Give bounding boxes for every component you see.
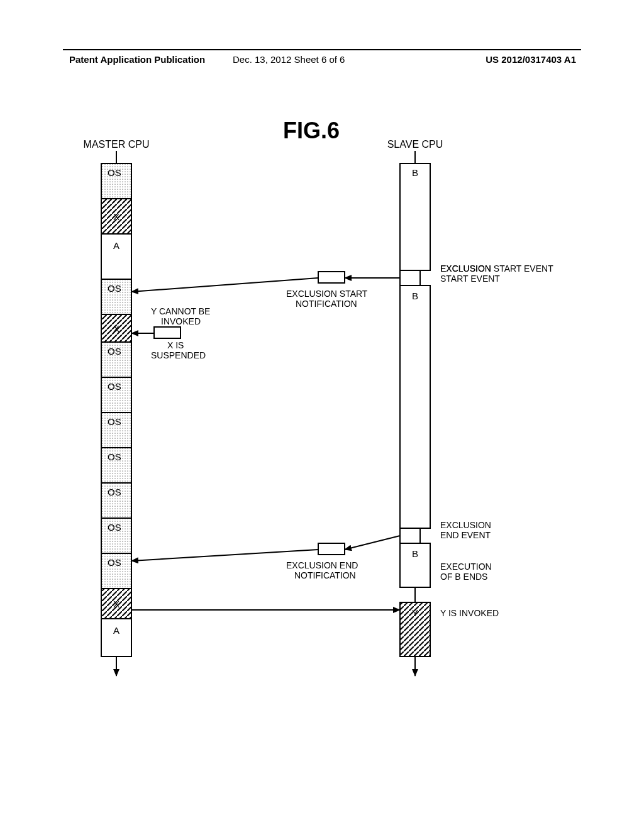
sequence-diagram: FIG.6 MASTER CPU SLAVE CPU OS X A OS X O… [57,113,572,742]
label-y-cannot: Y CANNOT BE INVOKED [151,306,213,326]
end-notif-relay [318,543,345,555]
master-block-label: A [113,240,119,251]
label-exclusion-end-notif: EXCLUSION END NOTIFICATION [286,560,360,580]
header-left: Patent Application Publication [69,54,205,65]
label-x-suspended: X IS SUSPENDED [151,340,206,360]
header-rule [63,49,581,50]
svg-line-12 [345,536,400,550]
master-block-label: OS [108,522,121,533]
label-execution-b-ends: EXECUTION OF B ENDS [440,562,494,582]
master-block-label: OS [108,451,121,462]
label-exclusion-start-notif: EXCLUSION START NOTIFICATION [286,289,370,309]
master-block-label: OS [108,557,121,568]
slave-block-label: Y [412,607,418,618]
y-cannot-relay [154,327,180,338]
header-right: US 2012/0317403 A1 [486,54,576,65]
master-block-label: OS [108,381,121,392]
exclusion-start-node [400,270,420,285]
master-label: MASTER CPU [84,139,150,150]
exclusion-end-node [400,528,420,543]
exclusion-start-event-lines: EXCLUSION START EVENT [440,263,500,284]
master-block-label: X [113,211,119,222]
master-block-label: OS [108,416,121,427]
slave-block-label: B [412,290,418,301]
slave-block-label: B [412,548,418,559]
start-notif-relay [318,272,345,283]
master-block-label: OS [108,487,121,497]
master-block-label: X [113,599,119,609]
master-block-label: OS [108,346,121,357]
page: Patent Application Publication Dec. 13, … [0,0,644,830]
master-block-a [101,619,131,656]
figure-title: FIG.6 [283,118,340,143]
slave-block-b [400,163,430,270]
master-block-label: OS [108,283,121,294]
slave-block-b [400,285,430,528]
label-y-invoked: Y IS INVOKED [440,608,499,618]
master-block-label: OS [108,167,121,178]
label-exclusion-end-event: EXCLUSION END EVENT [440,520,494,540]
slave-block-label: B [412,167,418,178]
master-block-label: A [113,625,119,636]
slave-label: SLAVE CPU [387,139,443,150]
header-mid: Dec. 13, 2012 Sheet 6 of 6 [233,54,345,65]
svg-line-13 [131,550,318,561]
master-block-label: X [113,323,119,334]
